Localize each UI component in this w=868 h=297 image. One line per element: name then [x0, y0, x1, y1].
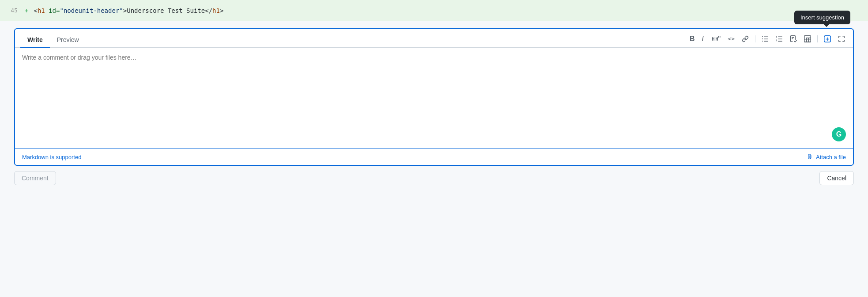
task-list-button[interactable]: [787, 34, 800, 44]
tab-write[interactable]: Write: [20, 33, 50, 48]
editor-toolbar: B I " <>: [687, 33, 848, 47]
editor-footer: Markdown is supported Attach a file: [15, 149, 853, 165]
link-button[interactable]: [739, 34, 751, 44]
comment-editor-container: Insert suggestion Write Preview B I: [0, 21, 868, 196]
tabs-toolbar-row: Write Preview B I ": [15, 29, 853, 48]
line-number: 45: [7, 7, 18, 14]
attach-file-button[interactable]: Attach a file: [806, 153, 846, 160]
comment-box: Write Preview B I ": [14, 28, 854, 166]
toolbar-separator-2: [817, 35, 818, 42]
code-button[interactable]: <>: [725, 34, 737, 43]
quote-button[interactable]: ": [708, 33, 723, 45]
code-content: <h1 id="nodeunit-header">Underscore Test…: [34, 7, 223, 14]
toolbar-separator-1: [755, 35, 755, 42]
markdown-supported-link[interactable]: Markdown is supported: [22, 154, 81, 160]
bold-button[interactable]: B: [687, 34, 698, 44]
code-line: 45 + <h1 id="nodeunit-header">Underscore…: [0, 0, 868, 21]
attach-file-label: Attach a file: [816, 154, 846, 160]
textarea-wrapper: G: [15, 48, 853, 148]
italic-button[interactable]: I: [699, 34, 706, 44]
actions-row: Comment Cancel: [14, 166, 854, 185]
tab-preview[interactable]: Preview: [50, 33, 86, 48]
comment-button[interactable]: Comment: [14, 171, 56, 185]
table-button[interactable]: [801, 34, 814, 44]
ordered-list-button[interactable]: [773, 34, 785, 44]
cancel-button[interactable]: Cancel: [819, 171, 854, 185]
unordered-list-button[interactable]: [759, 34, 771, 44]
grammarly-badge[interactable]: G: [832, 127, 846, 141]
toolbar-attach-button[interactable]: [821, 34, 834, 44]
comment-textarea[interactable]: [22, 53, 846, 141]
fullscreen-button[interactable]: [835, 34, 848, 44]
line-plus: +: [25, 7, 28, 14]
